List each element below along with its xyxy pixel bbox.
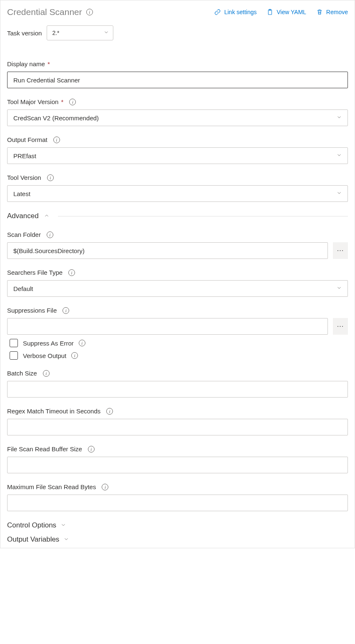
- scan-folder-input[interactable]: [7, 242, 328, 259]
- more-icon: ···: [337, 247, 344, 254]
- info-icon[interactable]: i: [68, 269, 75, 276]
- tool-version-label: Tool Version: [7, 174, 41, 181]
- control-options-section-header[interactable]: Control Options: [7, 521, 348, 530]
- display-name-group: Display name *: [7, 60, 348, 88]
- tool-major-version-label-row: Tool Major Version * i: [7, 98, 348, 105]
- max-file-scan-bytes-input[interactable]: [7, 495, 348, 511]
- remove-button[interactable]: Remove: [316, 9, 348, 15]
- output-variables-title: Output Variables: [7, 535, 59, 544]
- max-file-scan-bytes-label: Maximum File Scan Read Bytes: [7, 483, 96, 490]
- suppress-as-error-checkbox[interactable]: [10, 339, 18, 347]
- tool-version-label-row: Tool Version i: [7, 174, 348, 181]
- verbose-output-label: Verbose Output: [23, 352, 66, 359]
- regex-timeout-group: Regex Match Timeout in Seconds i: [7, 408, 348, 435]
- batch-size-label: Batch Size: [7, 370, 37, 377]
- info-icon[interactable]: i: [62, 307, 69, 314]
- tool-major-version-label: Tool Major Version: [7, 98, 58, 105]
- suppress-as-error-row: Suppress As Error i: [10, 339, 348, 347]
- more-icon: ···: [337, 323, 344, 330]
- remove-label: Remove: [326, 9, 348, 15]
- tool-version-select[interactable]: [7, 185, 348, 202]
- task-version-row: Task version: [7, 25, 348, 40]
- output-format-label: Output Format: [7, 136, 48, 143]
- output-variables-section-header[interactable]: Output Variables: [7, 535, 348, 544]
- display-name-label: Display name: [7, 60, 45, 67]
- file-scan-buffer-group: File Scan Read Buffer Size i: [7, 445, 348, 473]
- chevron-down-icon: [63, 536, 69, 543]
- trash-icon: [316, 9, 323, 15]
- tool-major-version-group: Tool Major Version * i: [7, 98, 348, 126]
- view-yaml-button[interactable]: View YAML: [267, 9, 306, 15]
- verbose-output-checkbox[interactable]: [10, 351, 18, 360]
- output-format-group: Output Format i: [7, 136, 348, 164]
- tool-major-version-select[interactable]: [7, 109, 348, 126]
- clipboard-icon: [267, 9, 273, 15]
- scan-folder-group: Scan Folder i ···: [7, 231, 348, 259]
- regex-timeout-label: Regex Match Timeout in Seconds: [7, 408, 100, 415]
- advanced-section-header[interactable]: Advanced: [7, 212, 348, 220]
- task-version-select[interactable]: [47, 25, 113, 40]
- info-icon[interactable]: i: [79, 340, 85, 346]
- output-format-label-row: Output Format i: [7, 136, 348, 143]
- title-wrap: Credential Scanner i: [7, 7, 93, 17]
- output-format-select[interactable]: [7, 147, 348, 164]
- chevron-up-icon: [44, 213, 50, 220]
- searchers-file-type-select[interactable]: [7, 280, 348, 297]
- tool-version-group: Tool Version i: [7, 174, 348, 202]
- header-actions: Link settings View YAML Remove: [214, 9, 348, 15]
- suppressions-file-label: Suppressions File: [7, 307, 57, 314]
- searchers-file-type-group: Searchers File Type i: [7, 269, 348, 297]
- batch-size-group: Batch Size i: [7, 370, 348, 398]
- file-scan-buffer-label: File Scan Read Buffer Size: [7, 445, 82, 453]
- chevron-down-icon: [60, 522, 66, 529]
- info-icon[interactable]: i: [88, 446, 95, 453]
- info-icon[interactable]: i: [106, 408, 113, 415]
- info-icon[interactable]: i: [53, 137, 60, 143]
- required-marker: *: [46, 60, 50, 67]
- control-options-title: Control Options: [7, 521, 56, 530]
- link-settings-label: Link settings: [224, 9, 257, 15]
- suppressions-file-group: Suppressions File i ··· Suppress As Erro…: [7, 307, 348, 360]
- info-icon[interactable]: i: [47, 174, 54, 181]
- file-scan-buffer-input[interactable]: [7, 457, 348, 473]
- suppressions-file-browse-button[interactable]: ···: [333, 318, 348, 335]
- required-marker: *: [59, 98, 63, 105]
- info-icon[interactable]: i: [86, 9, 93, 15]
- scan-folder-label: Scan Folder: [7, 231, 41, 238]
- info-icon[interactable]: i: [43, 370, 50, 377]
- view-yaml-label: View YAML: [277, 9, 306, 15]
- info-icon[interactable]: i: [69, 99, 76, 105]
- info-icon[interactable]: i: [71, 352, 78, 359]
- info-icon[interactable]: i: [102, 484, 108, 490]
- suppressions-file-input[interactable]: [7, 318, 328, 335]
- info-icon[interactable]: i: [47, 231, 53, 238]
- max-file-scan-bytes-group: Maximum File Scan Read Bytes i: [7, 483, 348, 511]
- link-icon: [214, 9, 221, 15]
- divider: [58, 216, 348, 216]
- scan-folder-browse-button[interactable]: ···: [333, 242, 348, 259]
- page-title: Credential Scanner: [7, 7, 82, 17]
- suppress-as-error-label: Suppress As Error: [23, 340, 74, 347]
- advanced-title: Advanced: [7, 212, 39, 220]
- display-name-input[interactable]: [7, 72, 348, 88]
- task-version-label: Task version: [7, 30, 42, 37]
- regex-timeout-input[interactable]: [7, 419, 348, 435]
- verbose-output-row: Verbose Output i: [10, 351, 348, 360]
- searchers-file-type-label: Searchers File Type: [7, 269, 62, 276]
- batch-size-input[interactable]: [7, 381, 348, 398]
- link-settings-button[interactable]: Link settings: [214, 9, 257, 15]
- display-name-label-row: Display name *: [7, 60, 348, 67]
- task-header: Credential Scanner i Link settings View …: [7, 7, 348, 17]
